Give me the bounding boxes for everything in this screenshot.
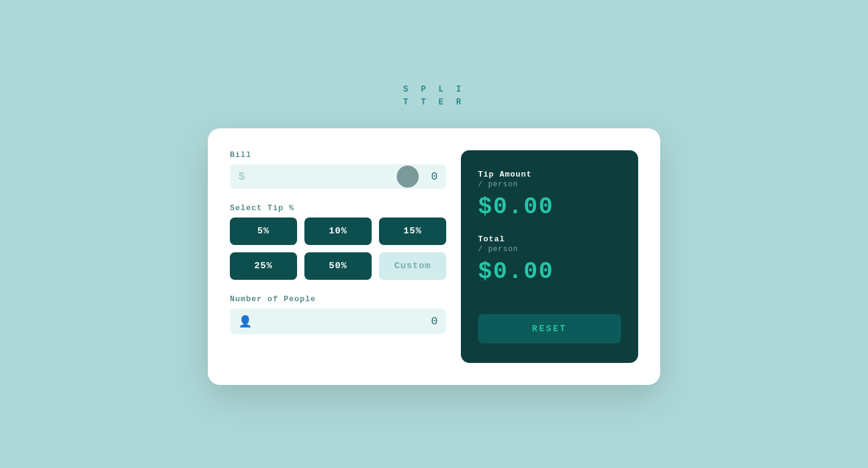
tip-section: Select Tip % 5% 10% 15% 25% 50% Custom — [230, 203, 446, 280]
tip-btn-25[interactable]: 25% — [230, 252, 297, 280]
tip-per-person-label: / person — [478, 180, 621, 189]
tip-btn-10[interactable]: 10% — [304, 218, 372, 245]
main-card: Bill $ Select Tip % 5% 10% 15% 25% 50% C… — [208, 128, 660, 385]
app-title: S P L I T T E R — [403, 83, 465, 109]
tip-btn-50[interactable]: 50% — [304, 252, 372, 280]
reset-button[interactable]: RESET — [478, 314, 621, 343]
people-section: Number of People 👤 — [230, 294, 446, 334]
right-panel: Tip Amount / person $0.00 Total / person… — [461, 150, 638, 363]
tip-amount-label: Tip Amount — [478, 170, 621, 179]
people-input-wrapper: 👤 — [230, 309, 446, 334]
tip-btn-custom[interactable]: Custom — [379, 252, 446, 280]
bill-label: Bill — [230, 150, 446, 159]
tip-amount-section: Tip Amount / person $0.00 — [478, 170, 621, 220]
tip-label: Select Tip % — [230, 203, 446, 213]
total-section: Total / person $0.00 — [478, 235, 621, 285]
total-value: $0.00 — [478, 258, 621, 285]
bill-icon-circle — [397, 166, 419, 188]
bill-section: Bill $ — [230, 150, 446, 189]
left-panel: Bill $ Select Tip % 5% 10% 15% 25% 50% C… — [230, 150, 446, 363]
results-area: Tip Amount / person $0.00 Total / person… — [478, 170, 621, 299]
total-label: Total — [478, 235, 621, 244]
tip-btn-5[interactable]: 5% — [230, 218, 297, 245]
total-per-person-label: / person — [478, 245, 621, 254]
tip-buttons-grid: 5% 10% 15% 25% 50% Custom — [230, 218, 446, 280]
person-icon: 👤 — [238, 315, 252, 328]
tip-amount-value: $0.00 — [478, 194, 621, 220]
tip-btn-15[interactable]: 15% — [379, 218, 446, 245]
people-label: Number of People — [230, 294, 446, 304]
people-input[interactable] — [257, 315, 438, 327]
bill-input-wrapper: $ — [230, 164, 446, 189]
currency-symbol: $ — [238, 170, 245, 183]
